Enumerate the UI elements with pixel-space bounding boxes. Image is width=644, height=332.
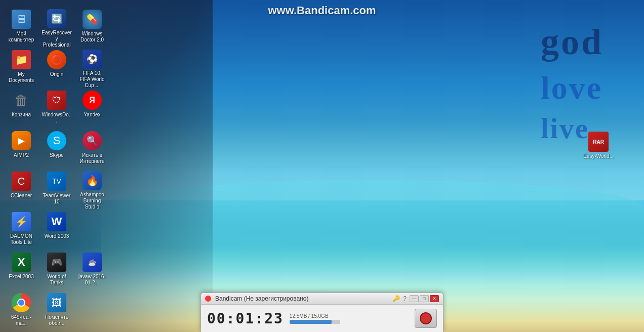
easyrecovery-icon: 🔄 <box>47 9 66 28</box>
desktop-icon-skype[interactable]: S Skype <box>39 128 74 168</box>
bandicam-timer: 00:01:23 <box>207 310 284 327</box>
fifa-icon: ⚽ <box>83 50 102 69</box>
wallpaper-text: god love live <box>541 20 603 146</box>
bandicam-help-icon[interactable]: ? <box>403 295 407 302</box>
bandicam-titlebar: Bandicam (Не зарегистрировано) 🔑 ? — □ ✕ <box>201 293 443 305</box>
bandicam-record-button[interactable] <box>415 309 437 328</box>
wot-icon: 🎮 <box>47 253 66 272</box>
bandicam-window-controls: — □ ✕ <box>410 295 439 302</box>
desktop-icon-wallpaper[interactable]: 🖼 Поменять обои... <box>39 289 74 330</box>
mydocs-icon: 📁 <box>12 50 31 69</box>
desktop-icon-minecraft[interactable]: ⛏ Minecraft 1.5.2 (... <box>39 330 74 332</box>
desktop-icon-easyrecovery[interactable]: 🔄 EasyRecovery Professional <box>39 6 74 47</box>
desktop-icon-ccleaner[interactable]: C CCleaner <box>4 168 38 209</box>
word-label: Word 2003 <box>45 233 69 239</box>
desktop-icon-windowsdo[interactable]: 🛡 WindowsDo... <box>39 87 74 128</box>
icon-grid: 🖥 Мой компьютер 🔄 EasyRecovery Professio… <box>2 4 109 332</box>
wallpaper-label: Поменять обои... <box>42 314 72 326</box>
aimp-icon: ▶ <box>12 131 31 150</box>
desktop-icon-ashampoo[interactable]: 🔥 Ashampoo Burning Studio <box>75 168 109 209</box>
aimp-label: AIMP2 <box>14 152 29 158</box>
origin-icon: ⭕ <box>47 50 66 69</box>
chrome-649-icon <box>12 293 31 312</box>
bandicam-restore-button[interactable]: □ <box>420 295 429 302</box>
java-label: javaw 2016-01-2... <box>77 274 107 286</box>
desktop-icon-mydocs[interactable]: 📁 My Docyments <box>4 47 38 87</box>
windowsdo-icon: 🛡 <box>47 91 66 110</box>
desktop-icon-aimp[interactable]: ▶ AIMP2 <box>4 128 38 168</box>
daemon-icon: ⚡ <box>12 212 31 231</box>
desktop-icon-fifa[interactable]: ⚽ FIFA 10: FIFA World Cup ... <box>75 47 109 87</box>
desktop-icon-my-computer[interactable]: 🖥 Мой компьютер <box>4 6 38 47</box>
desktop-icon-recycle-bin[interactable]: 🗑 Корзина <box>4 87 38 128</box>
mydocs-label: My Docyments <box>6 71 36 84</box>
bandicam-storage-bar <box>290 320 340 324</box>
skype-icon: S <box>47 131 66 150</box>
desktop-icon-chrome-649[interactable]: 649-real-ma... <box>4 289 38 330</box>
search-web-icon: 🔍 <box>83 131 102 150</box>
fifa-label: FIFA 10: FIFA World Cup ... <box>77 70 107 89</box>
easyrecovery-label: EasyRecovery Professional <box>42 30 72 48</box>
bandicam-storage-text: 12.5MB / 15.0GB <box>290 313 340 319</box>
ashampoo-icon: 🔥 <box>83 171 102 190</box>
desktop-icon-easy-world[interactable]: RAR Easy-World... <box>583 132 614 159</box>
desktop-icon-wot[interactable]: 🎮 World of Tanks <box>39 249 74 289</box>
my-computer-icon: 🖥 <box>12 10 31 29</box>
windows-doctor-label: Windows Doctor 2.0 <box>77 31 107 43</box>
easy-world-rar-icon: RAR <box>588 132 609 152</box>
bandicam-minimize-button[interactable]: — <box>410 295 419 302</box>
wallpaper-icon: 🖼 <box>47 293 66 312</box>
desktop-icons-area: 🖥 Мой компьютер 🔄 EasyRecovery Professio… <box>0 0 111 332</box>
windows-doctor-icon: 💊 <box>83 10 102 29</box>
bandicam-body: 00:01:23 12.5MB / 15.0GB <box>201 305 443 332</box>
bandicam-close-button[interactable]: ✕ <box>430 295 439 302</box>
desktop-icon-word[interactable]: W Word 2003 <box>39 209 74 249</box>
easy-world-label: Easy-World... <box>583 153 614 159</box>
ccleaner-label: CCleaner <box>11 193 32 199</box>
origin-label: Origin <box>50 71 64 77</box>
java-icon: ☕ <box>83 253 102 272</box>
desktop-icon-chrome-search[interactable]: search (2) <box>4 330 38 332</box>
teamviewer-label: TeamViewer 10 <box>42 193 72 205</box>
yandex-label: Yandex <box>84 112 100 118</box>
excel-icon: X <box>12 253 31 272</box>
yandex-icon: Я <box>83 91 102 110</box>
desktop-icon-windows-doctor[interactable]: 💊 Windows Doctor 2.0 <box>75 6 109 47</box>
bandicam-storage-info: 12.5MB / 15.0GB <box>290 313 340 324</box>
wallpaper-god-text: god <box>541 20 603 64</box>
recycle-bin-icon: 🗑 <box>12 91 31 110</box>
bandicam-widget: Bandicam (Не зарегистрировано) 🔑 ? — □ ✕… <box>200 293 444 332</box>
desktop-icon-excel[interactable]: X Excel 2003 <box>4 249 38 289</box>
bandicam-storage-fill <box>290 320 332 324</box>
ashampoo-label: Ashampoo Burning Studio <box>77 192 107 210</box>
bandicam-rec-circle-icon <box>420 312 432 324</box>
desktop-icon-origin[interactable]: ⭕ Origin <box>39 47 74 87</box>
desktop-icon-java[interactable]: ☕ javaw 2016-01-2... <box>75 249 109 289</box>
search-web-label: Искать в Интернете <box>77 152 107 164</box>
teamviewer-icon: TV <box>47 172 66 191</box>
desktop-icon-daemon[interactable]: ⚡ DAEMON Tools Lite <box>4 209 38 249</box>
ccleaner-icon: C <box>12 172 31 191</box>
daemon-label: DAEMON Tools Lite <box>6 233 36 245</box>
my-computer-label: Мой компьютер <box>6 31 36 43</box>
desktop-icon-yandex[interactable]: Я Yandex <box>75 87 109 128</box>
skype-label: Skype <box>50 152 64 158</box>
bandicam-record-indicator <box>205 296 211 302</box>
bandicam-watermark: www.Bandicam.com <box>268 4 376 17</box>
wallpaper-love-text: love <box>541 69 603 108</box>
word-icon: W <box>47 212 66 231</box>
desktop-icon-teamviewer[interactable]: TV TeamViewer 10 <box>39 168 74 209</box>
bandicam-title: Bandicam (Не зарегистрировано) <box>215 295 392 302</box>
bandicam-lock-icon: 🔑 <box>392 295 400 302</box>
chrome-649-label: 649-real-ma... <box>6 314 36 326</box>
recycle-bin-label: Корзина <box>12 112 31 118</box>
windowsdo-label: WindowsDo... <box>42 112 72 124</box>
wot-label: World of Tanks <box>42 274 72 286</box>
desktop-icon-search-web[interactable]: 🔍 Искать в Интернете <box>75 128 109 168</box>
excel-label: Excel 2003 <box>9 274 33 280</box>
